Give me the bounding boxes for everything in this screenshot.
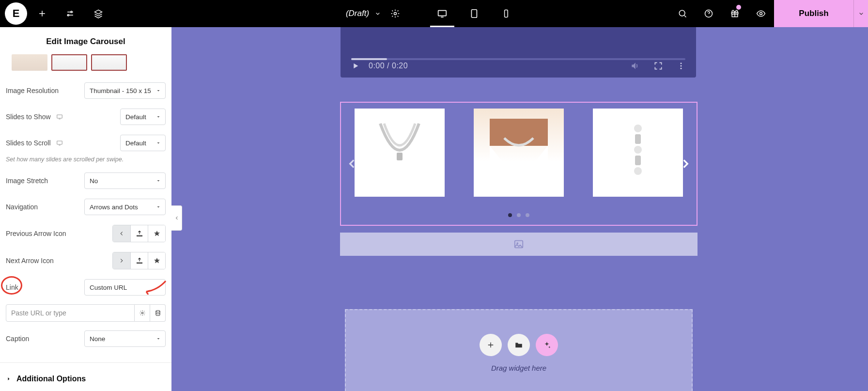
- gallery-thumb[interactable]: [12, 54, 47, 71]
- image-placeholder-widget[interactable]: [340, 233, 698, 256]
- publish-button[interactable]: Publish: [774, 0, 853, 27]
- layers-icon: [93, 9, 103, 18]
- panel-title: Edit Image Carousel: [0, 27, 171, 54]
- gallery-thumb[interactable]: [91, 54, 127, 71]
- sparkle-icon: [542, 341, 551, 349]
- sidebar-panel: Edit Image Carousel Image Resolution Thu…: [0, 27, 171, 391]
- topbar: E (Draft): [0, 0, 868, 27]
- control-image-resolution: Image Resolution Thumbnail - 150 x 15: [0, 78, 171, 104]
- image-icon: [513, 239, 524, 250]
- video-progress-bar[interactable]: [351, 58, 685, 60]
- slides-to-show-select[interactable]: Default: [120, 109, 166, 125]
- icon-preview-button[interactable]: [113, 252, 130, 269]
- url-options-button[interactable]: [135, 304, 150, 322]
- gallery-thumbnails[interactable]: [0, 54, 171, 78]
- caret-down-icon: [155, 336, 161, 342]
- star-icon: [153, 230, 161, 237]
- more-icon[interactable]: [677, 62, 685, 70]
- url-placeholder: Paste URL or type: [11, 309, 66, 317]
- control-label-group: Slides to Scroll: [6, 139, 63, 147]
- video-progress-fill: [351, 58, 387, 60]
- control-label: Previous Arrow Icon: [6, 230, 66, 237]
- select-value: Thumbnail - 150 x 15: [90, 87, 151, 94]
- preview-button[interactable]: [748, 0, 774, 27]
- document-status-label[interactable]: (Draft): [346, 9, 369, 18]
- empty-container-dropzone[interactable]: Drag widget here: [345, 309, 693, 391]
- finder-button[interactable]: [669, 0, 696, 27]
- control-label: Slides to Show: [6, 113, 51, 121]
- responsive-tabs: [426, 0, 522, 27]
- publish-options-button[interactable]: [853, 0, 868, 27]
- editor-canvas[interactable]: 0:00 / 0:20: [171, 27, 868, 391]
- video-controls: 0:00 / 0:20: [351, 61, 685, 71]
- carousel-dot[interactable]: [508, 213, 512, 217]
- svg-point-16: [681, 65, 682, 67]
- device-desktop-tab[interactable]: [426, 0, 458, 27]
- icon-library-button[interactable]: [148, 252, 165, 269]
- carousel-slide[interactable]: [355, 109, 445, 197]
- ai-button[interactable]: [536, 334, 558, 356]
- volume-icon[interactable]: [630, 61, 640, 71]
- carousel-prev-button[interactable]: [346, 157, 358, 170]
- topbar-center: (Draft): [346, 0, 522, 27]
- caret-down-icon: [155, 284, 161, 290]
- device-mobile-tab[interactable]: [490, 0, 522, 27]
- help-icon: [704, 9, 713, 18]
- carousel-next-button[interactable]: [679, 157, 692, 170]
- mobile-icon: [501, 9, 511, 18]
- site-settings-button[interactable]: [57, 0, 83, 27]
- control-label: Link: [6, 283, 18, 291]
- whats-new-button[interactable]: [722, 0, 748, 27]
- carousel-slide[interactable]: [593, 109, 683, 197]
- desktop-icon[interactable]: [56, 113, 63, 120]
- chevron-down-icon[interactable]: [374, 10, 382, 17]
- image-resolution-select[interactable]: Thumbnail - 150 x 15: [84, 82, 166, 99]
- play-icon[interactable]: [351, 62, 360, 70]
- help-button[interactable]: [696, 0, 722, 27]
- link-select[interactable]: Custom URL: [84, 279, 166, 296]
- gallery-thumb[interactable]: [51, 54, 87, 71]
- svg-point-15: [681, 63, 682, 64]
- select-value: Arrows and Dots: [90, 203, 138, 211]
- svg-rect-3: [438, 11, 447, 16]
- svg-point-6: [679, 10, 685, 16]
- icon-upload-button[interactable]: [130, 225, 148, 242]
- elementor-logo[interactable]: E: [5, 2, 27, 25]
- caret-down-icon: [155, 178, 161, 184]
- carousel-dot[interactable]: [526, 213, 529, 217]
- image-carousel-widget[interactable]: [340, 102, 698, 226]
- image-stretch-select[interactable]: No: [84, 172, 166, 189]
- dropzone-buttons: [480, 334, 558, 356]
- device-tablet-tab[interactable]: [458, 0, 490, 27]
- additional-options-section[interactable]: Additional Options: [0, 369, 171, 390]
- slides-to-scroll-select[interactable]: Default: [120, 135, 166, 151]
- desktop-icon[interactable]: [56, 140, 63, 146]
- caret-down-icon: [155, 114, 161, 120]
- add-widget-button[interactable]: [480, 334, 502, 356]
- add-template-button[interactable]: [508, 334, 530, 356]
- control-label: Navigation: [6, 203, 38, 211]
- collapse-panel-button[interactable]: [171, 205, 182, 231]
- svg-point-14: [155, 311, 159, 313]
- structure-button[interactable]: [85, 0, 111, 27]
- control-slides-to-show: Slides to Show Default: [0, 104, 171, 130]
- carousel-slide[interactable]: [474, 109, 564, 197]
- page-settings-button[interactable]: [385, 0, 406, 27]
- elementor-logo-letter: E: [13, 7, 20, 20]
- icon-upload-button[interactable]: [130, 252, 148, 269]
- url-input[interactable]: Paste URL or type: [6, 304, 135, 322]
- video-time-label: 0:00 / 0:20: [369, 62, 408, 70]
- icon-library-button[interactable]: [148, 225, 165, 242]
- video-widget[interactable]: 0:00 / 0:20: [341, 27, 696, 78]
- caption-select[interactable]: None: [84, 330, 166, 347]
- icon-preview-button[interactable]: [113, 225, 130, 242]
- carousel-dot[interactable]: [517, 213, 521, 217]
- add-element-button[interactable]: [29, 0, 55, 27]
- fullscreen-icon[interactable]: [653, 61, 663, 71]
- navigation-select[interactable]: Arrows and Dots: [84, 199, 166, 215]
- plus-icon: [486, 341, 495, 349]
- model-image-icon: [490, 119, 548, 187]
- chevron-right-icon: [118, 257, 125, 264]
- dynamic-tags-button[interactable]: [150, 304, 166, 322]
- search-icon: [678, 9, 687, 18]
